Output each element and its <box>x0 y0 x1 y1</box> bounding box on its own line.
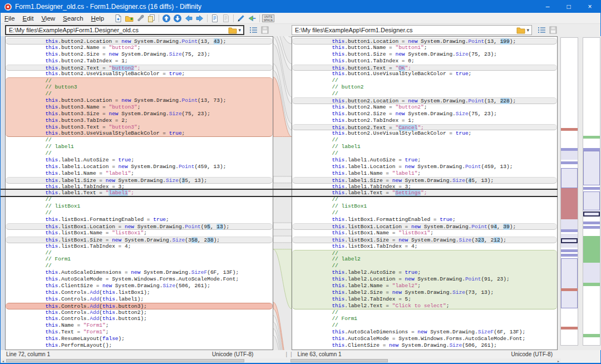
maximize-button[interactable]: □ <box>558 1 579 13</box>
code-line: // Form1 <box>6 256 273 263</box>
add-folder-button[interactable] <box>124 13 135 23</box>
left-encoding: Unicode (UTF-8) <box>212 351 253 357</box>
minimize-button[interactable]: – <box>537 1 558 13</box>
merge-icon <box>248 14 257 23</box>
minimap-block-stripe <box>583 226 600 229</box>
code-line: // <box>6 91 273 97</box>
left-scrollbar-thumb[interactable] <box>6 359 244 362</box>
code-line: this.button1.Size = new System.Drawing.S… <box>292 51 557 58</box>
folder-icon[interactable] <box>228 26 237 34</box>
code-line: this.AutoScaleMode = System.Windows.Form… <box>6 276 273 283</box>
menu-bar: FileEditViewSearchHelp <box>1 13 600 24</box>
right-file-path-field[interactable]: E:\My files\ExampleApp\Form1.Designer.cs… <box>292 25 532 35</box>
minimap-block-stripe <box>561 254 578 257</box>
save-icon[interactable] <box>549 26 558 35</box>
diff-overview-minimap <box>558 36 601 350</box>
code-line: this.label2.Name = "label2"; <box>292 283 557 289</box>
code-line: this.label2.AutoSize = true; <box>292 269 557 276</box>
document-report-icon <box>210 14 219 23</box>
settings-button[interactable] <box>135 13 146 23</box>
code-line: // button2 <box>292 84 557 91</box>
minimap-block-stripe <box>561 161 578 164</box>
menu-item-help[interactable]: Help <box>87 14 109 23</box>
code-line: this.label1.Size = new System.Drawing.Si… <box>292 177 557 184</box>
status-bar: Line 72, column 1 Unicode (UTF-8) | | Li… <box>1 350 600 358</box>
minimap-left-column[interactable] <box>560 37 578 346</box>
minimap-block-green <box>583 136 600 139</box>
scroll-right-arrow[interactable]: ▸ <box>556 358 561 363</box>
left-horizontal-scrollbar[interactable]: ◂ <box>1 358 287 363</box>
code-line: this.label2.Text = "Click to select"; <box>292 303 557 309</box>
code-line: this.ClientSize = new System.Drawing.Siz… <box>292 342 557 349</box>
folder-icon[interactable] <box>516 26 525 34</box>
minimap-block-green <box>583 334 600 337</box>
minimap-block-lav <box>561 243 578 248</box>
code-line: // button3 <box>6 84 273 91</box>
copy-document-button[interactable] <box>146 13 157 23</box>
code-line: this.label1.Name = "label1"; <box>292 170 557 177</box>
code-line: this.button1.Name = "button1"; <box>292 45 557 51</box>
code-line: this.button3.UseVisualStyleBackColor = t… <box>6 130 273 137</box>
current-diff-marker-bottom <box>1 196 558 197</box>
menu-item-search[interactable]: Search <box>59 14 87 23</box>
file-list-icon[interactable] <box>538 26 546 35</box>
code-line: this.PerformLayout(); <box>6 342 273 349</box>
code-line: // <box>292 210 557 217</box>
copy-to-right-button[interactable] <box>194 13 205 23</box>
code-line: this.button2.Location = new System.Drawi… <box>6 38 273 45</box>
new-document-button[interactable] <box>112 13 124 23</box>
minimap-block-lavbox <box>583 151 600 185</box>
report-button[interactable] <box>209 13 220 23</box>
wrench-icon <box>136 14 145 23</box>
code-line: this.AutoScaleDimensions = new System.Dr… <box>6 269 273 276</box>
document-disabled-icon <box>221 14 230 23</box>
code-line: // <box>6 250 273 257</box>
code-line: this.button2.TabIndex = 1; <box>6 58 273 65</box>
code-line: this.button2.Name = "button2"; <box>292 104 557 111</box>
title-bar[interactable]: Form1.Designer_old.cs - Form1.Designer.c… <box>1 1 600 13</box>
code-line: this.button3.TabIndex = 2; <box>6 117 273 124</box>
menu-item-file[interactable]: File <box>1 14 19 23</box>
left-code-pane[interactable]: this.button2.Location = new System.Drawi… <box>5 36 273 350</box>
minimap-block-red <box>561 128 578 131</box>
previous-diff-button[interactable] <box>161 13 172 23</box>
code-line: this.Controls.Add(this.button2); <box>6 309 273 316</box>
chevron-down-icon[interactable]: ▾ <box>525 27 531 33</box>
right-horizontal-scrollbar[interactable]: ▸ <box>287 358 561 363</box>
code-line: this.label1.AutoSize = true; <box>6 157 273 164</box>
down-arrow-circle-icon <box>173 14 182 23</box>
menu-item-edit[interactable]: Edit <box>19 14 38 23</box>
code-line: this.Name = "Form1"; <box>6 322 273 329</box>
code-line: this.button3.Location = new System.Drawi… <box>6 97 273 104</box>
code-line: this.listBox1.TabIndex = 4; <box>6 243 273 250</box>
whitespace-toggle-button[interactable]: UNITESPACE <box>262 13 275 23</box>
left-file-path-field[interactable]: E:\My files\ExampleApp\Form1.Designer_ol… <box>5 25 244 35</box>
code-line: this.Text = "Form1"; <box>6 329 273 336</box>
merge-button[interactable] <box>247 13 258 23</box>
code-line: this.label1.Location = new System.Drawin… <box>6 164 273 170</box>
copy-to-left-button[interactable] <box>183 13 194 23</box>
code-line: this.button3.Text = "button3"; <box>6 124 273 131</box>
close-button[interactable]: × <box>579 1 600 13</box>
toolbar: UNITESPACE <box>112 13 275 23</box>
save-icon[interactable] <box>260 26 269 35</box>
code-line: this.button2.Location = new System.Drawi… <box>292 97 557 104</box>
left-cursor-position: Line 72, column 1 <box>1 351 50 357</box>
chevron-down-icon[interactable]: ▾ <box>237 27 243 33</box>
sync-button[interactable] <box>220 13 231 23</box>
scrollbar-row: ◂ ▸ <box>1 358 600 363</box>
scroll-left-arrow[interactable]: ◂ <box>1 358 6 363</box>
file-list-icon[interactable] <box>249 26 258 35</box>
edit-mode-button[interactable] <box>235 13 247 23</box>
minimap-right-column[interactable] <box>583 37 600 346</box>
code-line: this.button1.Text = "OK"; <box>292 65 557 71</box>
code-line: this.button2.UseVisualStyleBackColor = t… <box>292 130 557 137</box>
menu-item-view[interactable]: View <box>37 14 59 23</box>
right-scrollbar-thumb[interactable] <box>290 359 388 362</box>
code-line: this.Controls.Add(this.button1); <box>6 316 273 322</box>
next-diff-button[interactable] <box>172 13 183 23</box>
code-line: this.label1.Location = new System.Drawin… <box>292 164 557 170</box>
right-code-pane[interactable]: this.button1.Location = new System.Drawi… <box>292 36 558 350</box>
right-arrow-icon <box>195 14 204 23</box>
minimap-block-lavbox <box>583 191 600 210</box>
